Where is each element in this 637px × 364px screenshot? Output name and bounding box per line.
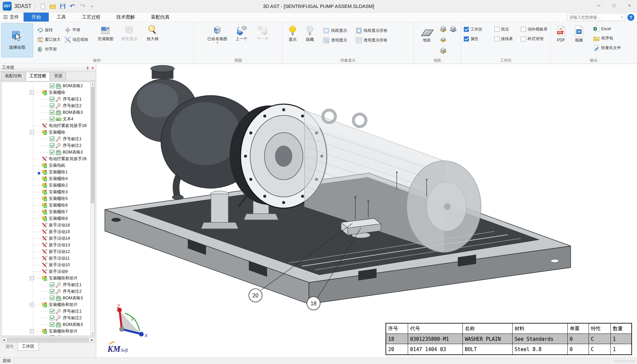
bom-row-0[interactable]: 180301235800-M1WASHER PLAINSee Standards… — [386, 334, 631, 344]
panel-tab-0[interactable]: 装配结构 — [1, 72, 25, 80]
tree-checkbox-checked[interactable] — [50, 110, 54, 115]
tree-item-13[interactable]: 安装螺栓1 — [1, 169, 90, 175]
tree-hscrollbar-thumb[interactable] — [7, 338, 89, 342]
pin-icon[interactable] — [86, 66, 90, 70]
scroll-up-icon[interactable]: ▲ — [91, 82, 95, 86]
next-view-button[interactable]: 下一个 — [252, 23, 273, 41]
tree-checkbox-checked[interactable] — [50, 322, 54, 327]
tree-checkbox-checked[interactable] — [50, 316, 54, 320]
scroll-right-icon[interactable]: ▶ — [90, 338, 95, 341]
align-face-button[interactable]: 对齐面 — [35, 44, 63, 54]
tree-checkbox-checked[interactable] — [50, 137, 54, 141]
new-file-button[interactable] — [38, 2, 48, 11]
minimize-button[interactable]: ─ — [591, 0, 606, 11]
previous-view-button[interactable]: 上一个 — [231, 23, 252, 41]
export-excel-button[interactable]: X Excel — [591, 24, 623, 33]
tree-item-22[interactable]: 扳手活动15 — [1, 228, 90, 235]
scroll-left-icon[interactable]: ◀ — [1, 338, 6, 341]
undo-button[interactable] — [68, 2, 78, 11]
ground-cube-yellow-button[interactable] — [439, 25, 447, 34]
panel-tab-1[interactable]: 工艺过程 — [26, 72, 50, 81]
viewport-3d[interactable]: 20 18 Z Y X KM Soft — [96, 64, 637, 357]
tree-checkbox-checked[interactable] — [50, 150, 54, 154]
tree-item-30[interactable]: 1序号标注1 — [1, 281, 90, 288]
tree-item-10[interactable]: BOMBOM表格3 — [1, 149, 90, 155]
tree-item-26[interactable]: 扳手活动11 — [1, 255, 90, 262]
save-button[interactable] — [58, 2, 68, 11]
workspace-toggle-1[interactable]: 批注 — [493, 25, 520, 34]
tree-item-15[interactable]: 安装螺栓2 — [1, 182, 90, 189]
tree-item-16[interactable]: 安装螺栓3 — [1, 189, 90, 195]
maximize-button[interactable]: □ — [606, 0, 622, 11]
export-pdf-button[interactable]: PDF PDF — [552, 24, 570, 42]
tree-item-9[interactable]: 1序号标注2 — [1, 142, 90, 149]
file-menu-button[interactable]: 文件 — [0, 13, 24, 22]
export-light-file-button[interactable]: 轻量化文件 — [591, 43, 623, 53]
quick-access-more-button[interactable]: ▸ — [88, 2, 98, 11]
ground-cube-flat-button[interactable] — [440, 35, 447, 44]
tree-item-7[interactable]: −安装螺栓 — [1, 129, 90, 136]
panel-tab-2[interactable]: 资源 — [50, 72, 66, 80]
3d-scene[interactable]: 20 18 Z Y X KM Soft — [96, 64, 637, 357]
tree-checkbox-checked[interactable] — [50, 309, 54, 314]
tree-item-34[interactable]: 1序号标注1 — [1, 308, 90, 315]
tree-item-4[interactable]: BOMBOM表格3 — [1, 109, 90, 116]
tree-item-8[interactable]: 1序号标注1 — [1, 136, 90, 142]
wireframe-all-button[interactable]: 线框显示所有 — [354, 26, 389, 35]
scroll-down-icon[interactable]: ▼ — [91, 332, 95, 336]
menu-tab-0[interactable]: 开始 — [24, 13, 49, 22]
export-package-button[interactable]: EXE 程序包 — [591, 33, 623, 43]
tree-item-25[interactable]: 扳手活动12 — [1, 248, 90, 255]
window-zoom-button[interactable]: 窗口放大 — [35, 35, 63, 44]
named-views-button[interactable]: AB 已命名视图 ▼ — [204, 23, 231, 44]
tree-collapse-icon[interactable]: − — [30, 276, 34, 280]
tree-item-36[interactable]: BOMBOM表格3 — [1, 321, 90, 328]
hide-button[interactable]: 隐藏 — [301, 24, 318, 42]
ground-cube-yellow2-button[interactable] — [439, 46, 447, 55]
help-button[interactable]: ? — [627, 14, 634, 21]
workspace-toggle-4[interactable]: 接线表 — [493, 34, 520, 44]
tree-item-11[interactable]: 电动拧紧套筒扳手26 — [1, 155, 90, 162]
tree-item-17[interactable]: 安装螺栓5 — [1, 195, 90, 202]
workspace-toggle-5[interactable]: 样式管理 — [520, 34, 555, 44]
magnifier-button[interactable]: 放大镜 — [142, 23, 163, 41]
tree-scrollbar-thumb[interactable] — [91, 87, 94, 203]
tree-checkbox-checked[interactable] — [50, 117, 54, 121]
pan-button[interactable]: 平移 — [63, 25, 90, 35]
tree-item-20[interactable]: 安装螺栓8 — [1, 215, 90, 222]
search-box[interactable] — [567, 14, 625, 21]
ground-cube-blue-button[interactable] — [449, 25, 457, 34]
tree-checkbox-checked[interactable] — [50, 289, 54, 294]
tree-collapse-icon[interactable]: − — [30, 91, 34, 94]
tree-item-18[interactable]: 安装螺栓6 — [1, 202, 90, 209]
tree-item-3[interactable]: 1序号标注2 — [1, 102, 90, 109]
tree-item-21[interactable]: 扳手活动16 — [1, 222, 90, 228]
workspace-toggle-3[interactable]: 属性 — [462, 34, 493, 44]
tree-item-5[interactable]: abc文本4 — [1, 116, 90, 122]
ground-button[interactable]: 地面 — [415, 26, 438, 42]
tree-item-14[interactable]: 安装螺栓4 — [1, 175, 90, 182]
tree-checkbox-checked[interactable] — [50, 282, 54, 287]
workspace-toggle-0[interactable]: 工作区 — [462, 25, 493, 34]
tree-checkbox-checked[interactable] — [50, 335, 54, 336]
tree-checkbox-checked[interactable] — [50, 103, 54, 108]
tree-item-12[interactable]: 安装电机 — [1, 162, 90, 169]
panel-close-icon[interactable]: × — [92, 66, 94, 70]
tree-collapse-icon[interactable]: − — [30, 303, 34, 307]
tree-item-28[interactable]: 扳手活动9 — [1, 268, 90, 275]
tree-horizontal-scrollbar[interactable]: ◀ ▶ — [1, 337, 95, 343]
tree-vertical-scrollbar[interactable]: ▲ ▼ — [90, 82, 95, 336]
tree-item-2[interactable]: 1序号标注1 — [1, 96, 90, 102]
tree-item-31[interactable]: 1序号标注2 — [1, 288, 90, 295]
transparent-display-button[interactable]: 透明显示 — [321, 35, 349, 45]
tree-item-19[interactable]: 安装螺栓7 — [1, 209, 90, 215]
close-button[interactable]: × — [622, 0, 637, 11]
workspace-toggle-2[interactable]: 动作模板库 — [520, 25, 555, 34]
menu-tab-4[interactable]: 装配仿真 — [143, 13, 177, 22]
tree-item-23[interactable]: 扳手活动14 — [1, 235, 90, 242]
tree-collapse-icon[interactable]: − — [30, 329, 34, 333]
tree-checkbox-checked[interactable] — [50, 84, 54, 88]
bom-row-1[interactable]: 200147 1404 03BOLTSteel 8.80C1 — [386, 344, 631, 354]
tree-item-6[interactable]: 电动拧紧套筒扳手28 — [1, 122, 90, 129]
redo-button[interactable] — [78, 2, 88, 11]
